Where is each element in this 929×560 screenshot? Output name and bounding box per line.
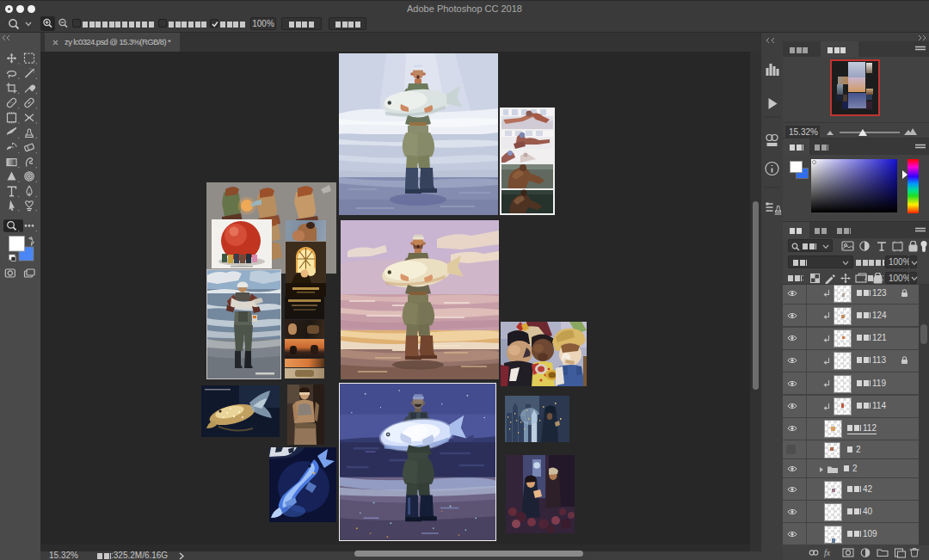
svg-text:fx: fx (824, 548, 831, 557)
